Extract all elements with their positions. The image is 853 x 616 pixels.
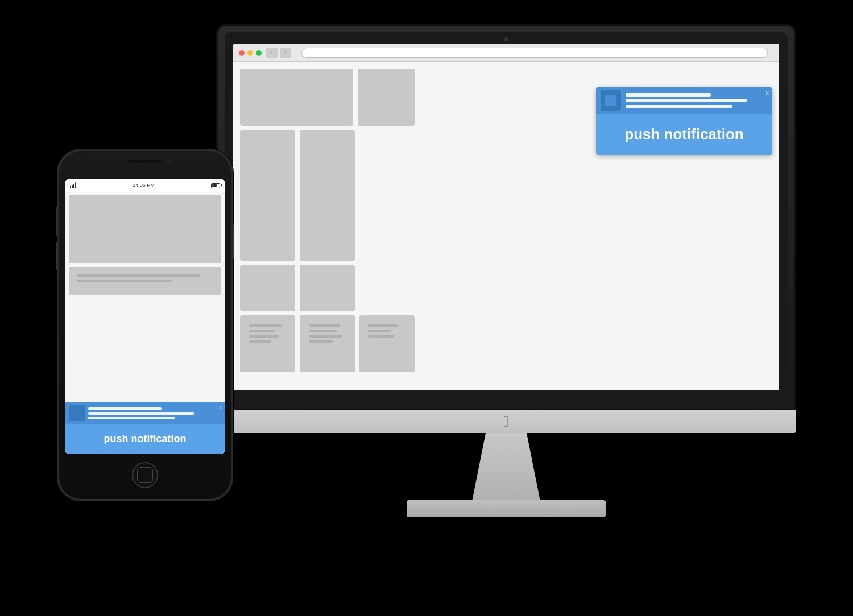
- notif-app-icon: [601, 90, 621, 111]
- status-right-icons: [211, 183, 220, 188]
- content-block-1: [240, 69, 353, 126]
- scene: ‹ ›: [57, 24, 796, 592]
- imac-base: [407, 500, 606, 517]
- desktop-notif-body-text: push notification: [624, 126, 743, 143]
- desktop-layout: [240, 69, 415, 373]
- iphone-notif-title-line: [88, 407, 162, 410]
- browser-content-area: x push notification: [233, 62, 779, 390]
- signal-bar-2: [72, 185, 73, 188]
- power-button[interactable]: [233, 224, 234, 259]
- imac-camera: [504, 37, 508, 41]
- signal-bars-icon: [70, 182, 76, 188]
- iphone-screen: 14:06 PM: [65, 179, 225, 454]
- content-line: [249, 324, 282, 327]
- browser-nav-buttons: ‹ ›: [266, 48, 291, 58]
- content-line: [77, 280, 172, 282]
- imac-chin: : [216, 410, 796, 433]
- iphone-camera: [165, 159, 170, 163]
- forward-button[interactable]: ›: [280, 48, 291, 58]
- imac-neck: [472, 433, 540, 501]
- iphone-notif-close-button[interactable]: x: [220, 404, 222, 410]
- desktop-row-4: [240, 315, 415, 372]
- desktop-row-1: [240, 69, 415, 126]
- iphone-line-group: [72, 270, 218, 287]
- content-block-3: [240, 130, 295, 261]
- content-line: [249, 330, 275, 332]
- iphone-notif-body: push notification: [65, 424, 225, 454]
- content-line: [249, 340, 271, 343]
- volume-down-button[interactable]: [56, 242, 57, 270]
- apple-logo-icon: : [503, 413, 509, 431]
- notif-text-area: [621, 93, 768, 108]
- battery-fill: [212, 184, 217, 187]
- desktop-notif-header: x: [596, 87, 772, 114]
- notif-close-button[interactable]: x: [766, 89, 769, 96]
- iphone-speaker: [128, 160, 162, 163]
- content-block-7: [240, 315, 295, 372]
- iphone-notif-body-text: push notification: [104, 433, 187, 445]
- content-block-5: [240, 265, 295, 311]
- content-line: [249, 335, 279, 338]
- address-bar[interactable]: [301, 48, 768, 58]
- iphone-image-block: [69, 195, 221, 263]
- content-line: [77, 274, 200, 277]
- iphone-notif-body-line-2: [88, 417, 175, 419]
- line-group-1: [245, 320, 291, 347]
- status-signal: [70, 182, 76, 188]
- signal-bar-4: [75, 182, 76, 188]
- iphone-device: 14:06 PM: [57, 149, 233, 501]
- content-block-2: [358, 69, 415, 126]
- notif-icon-inner: [605, 95, 616, 106]
- iphone-home-button-inner: [137, 467, 153, 483]
- imac-display: ‹ ›: [233, 44, 779, 390]
- close-dot[interactable]: [239, 50, 245, 56]
- notif-body-line-2: [626, 105, 732, 108]
- signal-bar-3: [73, 184, 74, 188]
- iphone-notif-text-area: [85, 407, 221, 419]
- content-block-8: [300, 315, 355, 372]
- content-block-6: [300, 265, 355, 311]
- iphone-time: 14:06 PM: [132, 182, 155, 188]
- iphone-notif-body-line-1: [88, 412, 194, 415]
- iphone-notif-header: x: [65, 402, 225, 424]
- desktop-row-3: [240, 265, 415, 311]
- battery-icon: [211, 183, 220, 188]
- desktop-push-notification[interactable]: x push notification: [596, 87, 772, 155]
- iphone-content: x push notification: [65, 192, 225, 454]
- browser-toolbar: ‹ ›: [233, 44, 779, 62]
- minimize-dot[interactable]: [247, 50, 253, 56]
- content-line: [309, 340, 333, 343]
- notif-body-line-1: [626, 99, 747, 102]
- content-line: [368, 330, 391, 332]
- content-line: [309, 330, 337, 332]
- line-group-2: [304, 320, 350, 347]
- iphone-text-block: [69, 267, 221, 295]
- browser-traffic-lights: [239, 50, 262, 56]
- content-line: [309, 335, 342, 338]
- imac-device: ‹ ›: [216, 24, 796, 564]
- iphone-status-bar: 14:06 PM: [65, 179, 225, 192]
- desktop-row-2: [240, 130, 415, 261]
- line-group-3: [364, 320, 410, 342]
- content-block-9: [359, 315, 415, 372]
- imac-inner-bezel: ‹ ›: [225, 32, 788, 402]
- notif-title-line: [626, 93, 711, 97]
- maximize-dot[interactable]: [256, 50, 262, 56]
- content-line: [368, 324, 398, 327]
- spacer-3: [359, 265, 415, 311]
- signal-bar-1: [70, 186, 71, 188]
- content-block-4: [300, 130, 355, 261]
- content-line: [368, 335, 394, 338]
- desktop-notif-body: push notification: [596, 114, 772, 155]
- iphone-push-notification[interactable]: x push notification: [65, 402, 225, 454]
- iphone-home-button[interactable]: [132, 462, 158, 488]
- content-line: [309, 324, 340, 327]
- iphone-layout: [65, 192, 225, 298]
- iphone-notif-app-icon: [69, 405, 85, 421]
- back-button[interactable]: ‹: [266, 48, 278, 58]
- imac-outer-bezel: ‹ ›: [216, 24, 796, 410]
- volume-up-button[interactable]: [56, 207, 57, 236]
